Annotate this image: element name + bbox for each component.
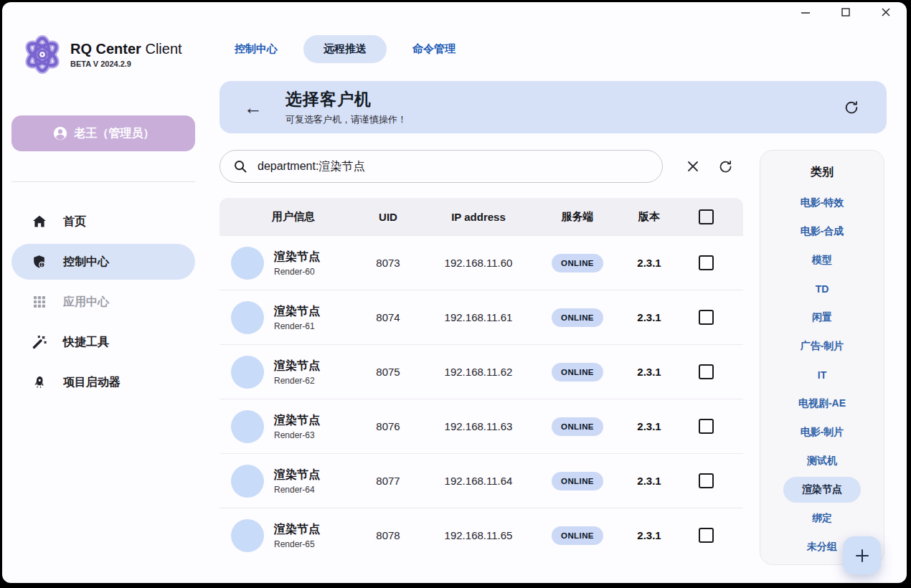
client-hostname: Render-65 bbox=[274, 539, 356, 549]
tab-control-center[interactable]: 控制中心 bbox=[235, 35, 278, 63]
row-checkbox[interactable] bbox=[699, 255, 714, 270]
refresh-icon[interactable] bbox=[844, 100, 859, 115]
user-icon bbox=[52, 125, 68, 141]
client-uid: 8078 bbox=[356, 529, 420, 541]
client-uid: 8076 bbox=[356, 420, 420, 432]
category-panel: 类别 电影-特效 电影-合成 模型 TD 闲置 bbox=[760, 150, 884, 565]
avatar bbox=[231, 356, 264, 389]
client-name: 渲染节点 bbox=[274, 359, 356, 374]
client-name: 渲染节点 bbox=[274, 522, 356, 537]
category-label: 电视剧-AE bbox=[798, 397, 846, 410]
sidebar: RQ Center Client BETA V 2024.2.9 老王（管理员） bbox=[2, 22, 204, 583]
category-label: 电影-制片 bbox=[801, 426, 844, 439]
client-ip: 192.168.11.60 bbox=[420, 257, 537, 269]
avatar bbox=[231, 247, 264, 280]
col-user-info: 用户信息 bbox=[231, 210, 356, 224]
client-name: 渲染节点 bbox=[274, 468, 356, 483]
category-list: 电影-特效 电影-合成 模型 TD 闲置 广告-制片 bbox=[760, 189, 884, 561]
status-badge: ONLINE bbox=[552, 308, 603, 327]
category-label: TD bbox=[816, 283, 829, 295]
row-checkbox[interactable] bbox=[699, 473, 714, 488]
table-row[interactable]: 渲染节点 Render-61 8074 192.168.11.61 ONLINE… bbox=[220, 290, 743, 344]
category-label: 渲染节点 bbox=[783, 477, 861, 503]
client-hostname: Render-64 bbox=[274, 485, 356, 495]
main-area: 控制中心 远程推送 命令管理 ← 选择客户机 可复选客户机，请谨慎操作！ bbox=[204, 22, 907, 583]
category-item[interactable]: 电影-特效 bbox=[760, 189, 884, 217]
col-version: 版本 bbox=[618, 210, 680, 224]
row-checkbox[interactable] bbox=[699, 419, 714, 434]
clear-search-icon[interactable] bbox=[686, 160, 699, 173]
client-uid: 8074 bbox=[356, 311, 420, 323]
category-item[interactable]: 绑定 bbox=[760, 504, 884, 533]
sidebar-item-label: 项目启动器 bbox=[63, 375, 121, 390]
client-ip: 192.168.11.63 bbox=[420, 420, 537, 432]
category-label: 闲置 bbox=[812, 311, 832, 324]
status-badge: ONLINE bbox=[552, 526, 603, 545]
maximize-icon[interactable] bbox=[836, 4, 855, 20]
status-badge: ONLINE bbox=[552, 472, 603, 490]
page-subtitle: 可复选客户机，请谨慎操作！ bbox=[285, 113, 407, 126]
table-row[interactable]: 渲染节点 Render-64 8077 192.168.11.64 ONLINE… bbox=[220, 453, 743, 508]
category-item[interactable]: 电视剧-AE bbox=[760, 389, 884, 418]
table-row[interactable]: 渲染节点 Render-62 8075 192.168.11.62 ONLINE… bbox=[220, 344, 743, 399]
close-icon[interactable] bbox=[877, 4, 895, 20]
user-name: 老王（管理员） bbox=[75, 126, 155, 141]
back-arrow-icon[interactable]: ← bbox=[244, 98, 263, 117]
category-item[interactable]: 广告-制片 bbox=[760, 332, 884, 361]
table-row[interactable]: 渲染节点 Render-65 8078 192.168.11.65 ONLINE… bbox=[220, 508, 743, 562]
table-row[interactable]: 渲染节点 Render-60 8073 192.168.11.60 ONLINE… bbox=[220, 235, 743, 290]
avatar bbox=[231, 465, 264, 498]
category-item[interactable]: 测试机 bbox=[760, 447, 884, 475]
category-item[interactable]: 渲染节点 bbox=[760, 475, 884, 504]
magic-wand-icon bbox=[32, 334, 47, 350]
client-ip: 192.168.11.65 bbox=[420, 529, 537, 541]
row-checkbox[interactable] bbox=[699, 364, 714, 379]
category-label: 绑定 bbox=[812, 512, 832, 525]
sidebar-nav: 首页 控制中心 bbox=[11, 204, 195, 400]
search-refresh-icon[interactable] bbox=[718, 159, 733, 174]
titlebar bbox=[2, 2, 907, 22]
client-version: 2.3.1 bbox=[618, 257, 680, 269]
client-ip: 192.168.11.61 bbox=[420, 311, 537, 323]
rocket-icon bbox=[32, 374, 47, 390]
category-label: 模型 bbox=[812, 254, 832, 267]
sidebar-item-project-launcher[interactable]: 项目启动器 bbox=[11, 364, 195, 400]
client-uid: 8075 bbox=[356, 366, 420, 378]
client-hostname: Render-63 bbox=[274, 430, 356, 440]
plus-icon bbox=[854, 547, 871, 564]
sidebar-item-quick-tools[interactable]: 快捷工具 bbox=[11, 324, 195, 360]
col-ip: IP address bbox=[420, 211, 537, 223]
sidebar-item-app-center[interactable]: 应用中心 bbox=[11, 284, 195, 320]
sidebar-item-label: 首页 bbox=[63, 214, 86, 229]
user-badge[interactable]: 老王（管理员） bbox=[11, 115, 195, 151]
row-checkbox[interactable] bbox=[699, 528, 714, 543]
tab-remote-push[interactable]: 远程推送 bbox=[303, 35, 387, 63]
category-item[interactable]: 电影-制片 bbox=[760, 418, 884, 447]
tab-command-management[interactable]: 命令管理 bbox=[412, 35, 456, 63]
sidebar-item-control-center[interactable]: 控制中心 bbox=[11, 244, 195, 280]
category-item[interactable]: 闲置 bbox=[760, 303, 884, 332]
client-ip: 192.168.11.62 bbox=[420, 366, 537, 378]
row-checkbox[interactable] bbox=[699, 310, 714, 325]
select-all-checkbox[interactable] bbox=[699, 209, 714, 224]
category-label: 测试机 bbox=[807, 455, 837, 468]
table-row[interactable]: 渲染节点 Render-63 8076 192.168.11.63 ONLINE… bbox=[220, 399, 743, 453]
avatar bbox=[231, 519, 264, 552]
status-badge: ONLINE bbox=[552, 254, 603, 272]
category-item[interactable]: TD bbox=[760, 275, 884, 303]
search-input[interactable] bbox=[256, 159, 649, 174]
category-label: 电影-合成 bbox=[801, 225, 844, 238]
sidebar-item-label: 应用中心 bbox=[63, 295, 109, 310]
client-ip: 192.168.11.64 bbox=[420, 475, 537, 487]
category-item[interactable]: 模型 bbox=[760, 246, 884, 275]
minimize-icon[interactable] bbox=[796, 4, 815, 20]
category-item[interactable]: IT bbox=[760, 361, 884, 389]
add-button[interactable] bbox=[843, 536, 881, 574]
category-item[interactable]: 电影-合成 bbox=[760, 217, 884, 246]
search-box[interactable] bbox=[220, 150, 663, 183]
shield-icon bbox=[32, 254, 47, 270]
top-tabs: 控制中心 远程推送 命令管理 bbox=[235, 35, 907, 62]
avatar bbox=[231, 410, 264, 443]
client-name: 渲染节点 bbox=[274, 250, 356, 265]
sidebar-item-home[interactable]: 首页 bbox=[11, 204, 195, 240]
